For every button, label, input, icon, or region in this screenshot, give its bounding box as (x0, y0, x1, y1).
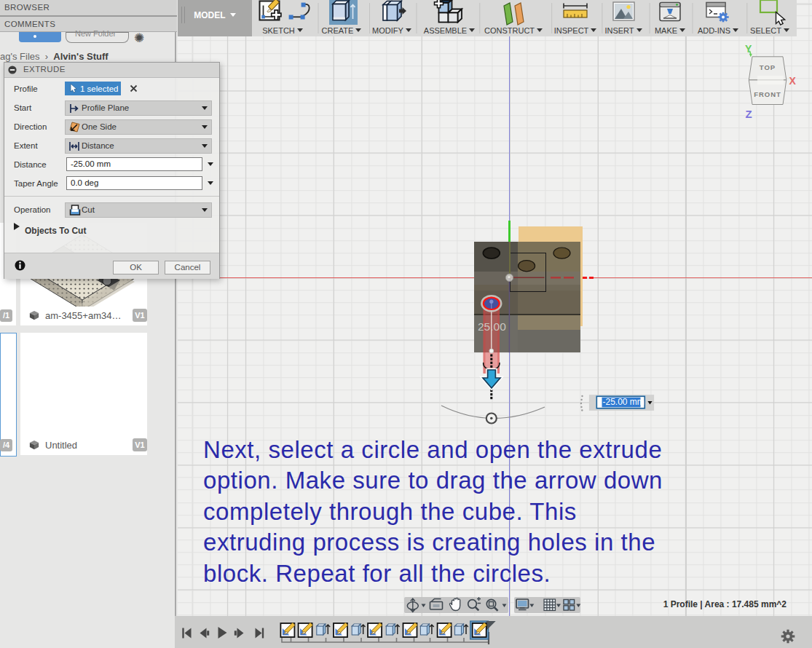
svg-text:FRONT: FRONT (754, 90, 781, 98)
svg-text:Z: Z (746, 108, 752, 120)
svg-text:1 selected: 1 selected (80, 84, 118, 93)
svg-text:-25.00 mm: -25.00 mm (603, 397, 645, 407)
svg-text:Y: Y (745, 43, 752, 55)
svg-text:25.00: 25.00 (478, 320, 506, 333)
svg-text:X: X (789, 75, 797, 87)
svg-text:TOP: TOP (760, 63, 776, 71)
